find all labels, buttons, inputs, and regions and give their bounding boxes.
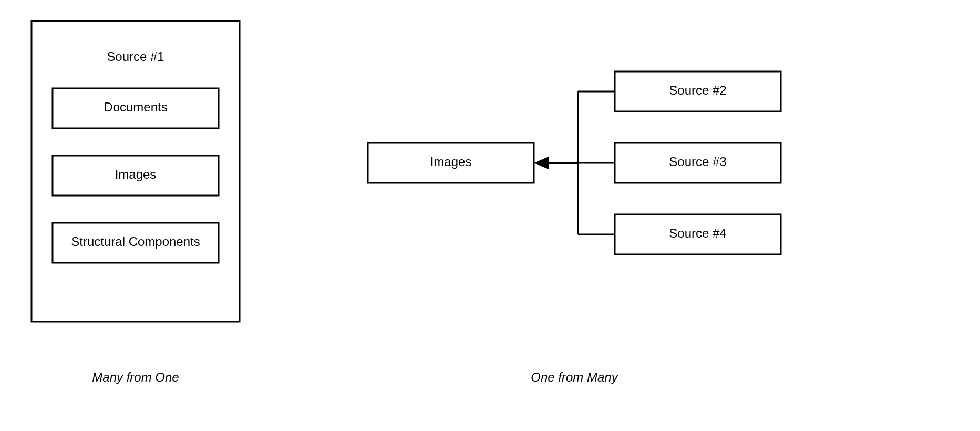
source-box-label: Source #3 (669, 155, 726, 169)
arrowhead-icon (534, 157, 549, 169)
source-box-4: Source #4 (615, 214, 781, 254)
target-box-label: Images (430, 155, 472, 169)
connector-lines (544, 91, 615, 234)
source-box-3: Source #3 (615, 143, 781, 183)
source-box-label: Source #2 (669, 83, 726, 97)
inner-box-structural: Structural Components (53, 223, 219, 263)
many-from-one-group: Source #1 Documents Images Structural Co… (32, 21, 240, 384)
left-caption: Many from One (92, 370, 179, 384)
diagram-canvas: Source #1 Documents Images Structural Co… (0, 0, 980, 431)
one-from-many-group: Images Source #2 Source #3 Source #4 (368, 71, 781, 384)
inner-box-images: Images (53, 156, 219, 196)
source1-title: Source #1 (107, 49, 164, 64)
right-caption: One from Many (531, 370, 618, 384)
inner-box-label: Structural Components (71, 234, 200, 249)
source-box-2: Source #2 (615, 71, 781, 111)
inner-box-label: Images (115, 167, 157, 181)
target-box-images: Images (368, 143, 534, 183)
inner-box-label: Documents (104, 100, 167, 114)
source-box-label: Source #4 (669, 226, 726, 240)
inner-box-documents: Documents (53, 88, 219, 128)
